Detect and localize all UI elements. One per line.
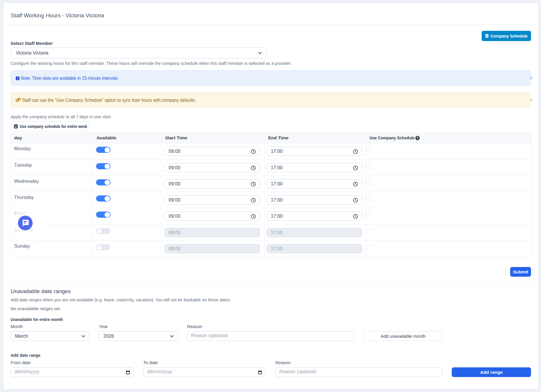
svg-text:?: ? — [416, 136, 418, 140]
